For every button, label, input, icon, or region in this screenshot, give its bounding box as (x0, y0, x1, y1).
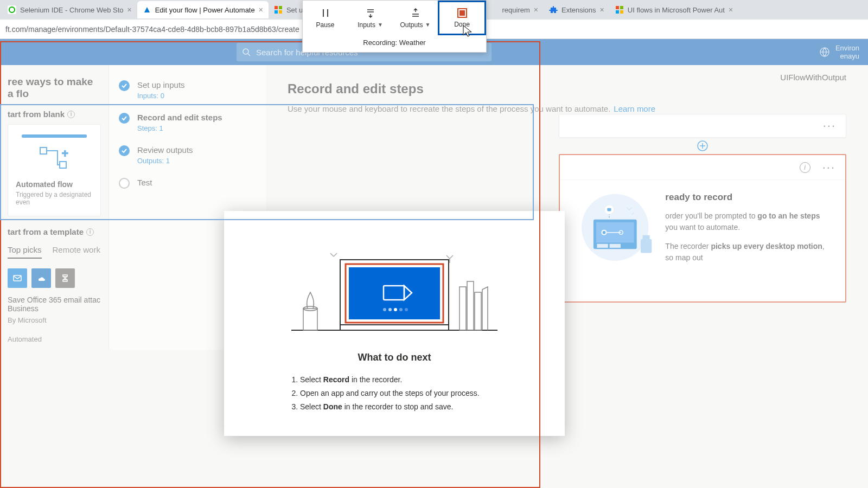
svg-rect-4 (275, 10, 278, 14)
svg-point-39 (388, 308, 392, 311)
tab-require[interactable]: requirem × (497, 1, 544, 18)
step-review-outputs[interactable]: Review outputsOutputs: 1 (119, 145, 256, 165)
svg-rect-45 (459, 287, 466, 330)
svg-point-38 (383, 308, 386, 311)
connector-icons (8, 268, 101, 288)
close-icon[interactable]: × (127, 5, 132, 14)
svg-rect-46 (467, 281, 474, 330)
svg-point-41 (399, 308, 403, 311)
url-text: ft.com/manage/environments/Default-37574… (5, 25, 299, 34)
record-illustration (572, 192, 654, 290)
environment-label: Environ enayu (835, 44, 859, 60)
pause-icon (320, 8, 331, 18)
tab-powerautomate[interactable]: Edit your flow | Power Automate × (137, 1, 269, 18)
recorder-toolbar: Pause Inputs▼ Outputs▼ Done Recording: W… (302, 0, 487, 53)
ready-title: ready to record (665, 192, 833, 203)
template-author: By Microsoft (8, 316, 101, 324)
selenium-icon (8, 5, 16, 14)
svg-rect-2 (275, 6, 278, 9)
tab-uiflows[interactable]: UI flows in Microsoft Power Aut × (610, 1, 738, 18)
inputs-button[interactable]: Inputs▼ (348, 1, 393, 35)
svg-rect-8 (616, 10, 619, 14)
modal-instructions: Select Record in the recorder. Open an a… (289, 373, 500, 414)
svg-rect-9 (620, 10, 623, 14)
outputs-button[interactable]: Outputs▼ (393, 1, 438, 35)
step-test[interactable]: Test (119, 178, 256, 189)
outlook-icon (8, 268, 27, 288)
tab-title: Extensions (561, 6, 596, 14)
tab-selenium[interactable]: Selenium IDE - Chrome Web Sto × (2, 1, 137, 18)
check-icon (119, 80, 130, 91)
section-desc: Use your mouse and keyboard to recreate … (288, 104, 846, 113)
svg-rect-12 (40, 147, 47, 154)
svg-rect-28 (641, 239, 652, 253)
info-icon[interactable]: i (800, 162, 810, 173)
ready-para-2: The recorder picks up every desktop moti… (665, 241, 833, 264)
tab-top-picks[interactable]: Top picks (8, 242, 42, 259)
svg-point-42 (405, 308, 408, 311)
flow-icon (143, 5, 151, 14)
more-icon[interactable]: ··· (823, 119, 836, 133)
tab-title: Edit your flow | Power Automate (155, 6, 255, 14)
svg-rect-47 (475, 292, 481, 330)
tab-remote-work[interactable]: Remote work (53, 242, 100, 259)
svg-rect-3 (279, 6, 282, 9)
svg-rect-7 (620, 6, 623, 9)
puzzle-icon (549, 5, 558, 14)
svg-rect-5 (279, 10, 282, 14)
done-button[interactable]: Done (438, 1, 486, 35)
timer-icon (55, 268, 75, 288)
chevron-down-icon: ▼ (425, 22, 431, 28)
card-subtitle: Triggered by a designated even (16, 191, 93, 206)
circle-icon (119, 178, 130, 189)
template-type: Automated (8, 335, 101, 343)
inputs-icon (365, 8, 376, 18)
card-title: Automated flow (16, 180, 93, 189)
flow-name: UIFlowWithOutput (780, 73, 846, 82)
ms-icon (274, 5, 283, 14)
check-icon (119, 145, 130, 156)
svg-text:+: + (62, 147, 68, 159)
left-sidebar: ree ways to make a flo tart from blank i… (0, 65, 108, 350)
close-icon[interactable]: × (259, 5, 263, 14)
tab-extensions[interactable]: Extensions × (544, 1, 610, 18)
close-icon[interactable]: × (534, 5, 538, 14)
pause-button[interactable]: Pause (303, 1, 348, 35)
more-icon[interactable]: ··· (822, 160, 835, 175)
tab-title: UI flows in Microsoft Power Aut (628, 6, 725, 14)
start-template-header: tart from a template i (8, 227, 101, 236)
svg-rect-43 (303, 309, 317, 330)
modal-illustration (224, 211, 565, 336)
check-icon (119, 113, 130, 124)
flow-step-card[interactable]: ··· (559, 114, 846, 138)
stop-icon (457, 8, 467, 18)
automated-flow-card[interactable]: + Automated flow Triggered by a designat… (8, 124, 101, 216)
template-title[interactable]: Save Office 365 email attac Business (8, 296, 101, 313)
svg-point-23 (603, 231, 606, 234)
ready-para-1: order you'll be prompted to go to an he … (665, 210, 833, 233)
svg-rect-13 (60, 162, 66, 168)
svg-rect-31 (607, 208, 611, 211)
close-icon[interactable]: × (600, 5, 604, 14)
card-header: i ··· (560, 155, 845, 180)
page-heading: ree ways to make a flo (8, 76, 101, 100)
svg-point-10 (243, 49, 248, 54)
record-step-card: i ··· ready to record order you'll be pr… (559, 154, 846, 303)
flow-steps: ··· i ··· ready to record order you'll b… (559, 114, 846, 303)
info-icon[interactable]: i (67, 111, 75, 118)
svg-rect-26 (597, 244, 608, 248)
what-next-modal: What to do next Select Record in the rec… (224, 211, 565, 436)
close-icon[interactable]: × (729, 5, 733, 14)
environment-icon[interactable] (819, 47, 830, 57)
info-icon[interactable]: i (86, 228, 94, 236)
step-record-edit[interactable]: Record and edit stepsSteps: 1 (119, 113, 256, 132)
svg-rect-29 (643, 235, 650, 239)
svg-rect-34 (340, 325, 449, 330)
svg-rect-17 (63, 280, 67, 281)
mouse-cursor (463, 25, 473, 38)
outputs-icon (410, 8, 421, 18)
learn-more-link[interactable]: Learn more (614, 104, 655, 113)
svg-rect-16 (63, 275, 67, 277)
add-step-connector[interactable] (559, 138, 846, 154)
step-setup-inputs[interactable]: Set up inputsInputs: 0 (119, 80, 256, 100)
